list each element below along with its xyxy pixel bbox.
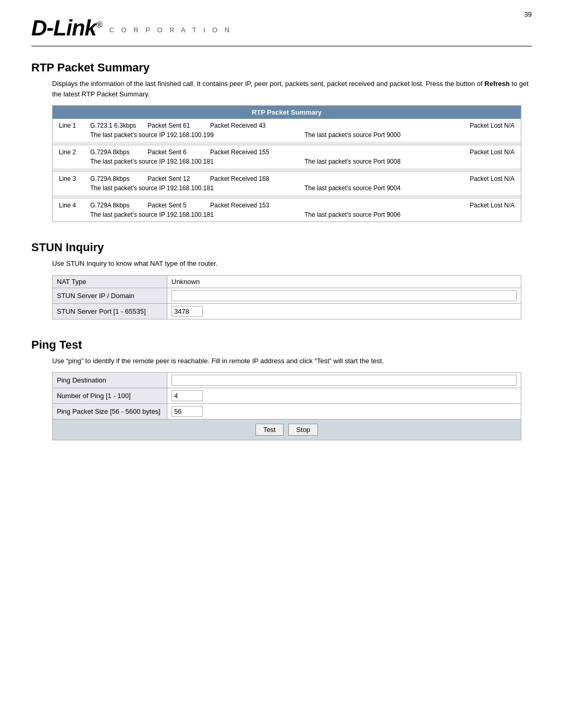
rtp-src-port: The last packet's source Port 9004 (302, 183, 517, 193)
stun-table: NAT Type Unknown STUN Server IP / Domain… (52, 275, 521, 319)
rtp-src-port: The last packet's source Port 9006 (302, 210, 517, 219)
ping-packet-size-input[interactable] (172, 406, 203, 417)
stun-nat-type-value: Unknown (167, 275, 521, 288)
rtp-cell: Packet Sent 61 (145, 121, 208, 130)
rtp-src-ip: The last packet's source IP 192.168.100.… (88, 183, 302, 193)
ping-section-title: Ping Test (31, 338, 532, 352)
rtp-cell: Line 4 (57, 201, 88, 210)
rtp-row-line1: Line 3G.729A 8kbpsPacket Sent 12Packet R… (57, 174, 517, 183)
ping-button-cell: Test Stop (53, 419, 521, 440)
rtp-cell: G.723.1 6.3kbps (88, 121, 145, 130)
ping-destination-label: Ping Destination (53, 373, 167, 388)
stop-button[interactable]: Stop (288, 424, 318, 436)
registered-symbol: ® (96, 20, 102, 29)
rtp-cell: Packet Sent 6 (145, 147, 208, 157)
stun-server-port-input[interactable] (172, 306, 203, 317)
rtp-cell: Line 1 (57, 121, 88, 130)
ping-number-label: Number of Ping [1 - 100] (53, 388, 167, 404)
rtp-table-row: Line 3G.729A 8kbpsPacket Sent 12Packet R… (53, 171, 521, 195)
rtp-cell: Packet Received 153 (208, 201, 454, 210)
ping-destination-row: Ping Destination (53, 373, 521, 388)
stun-section-desc: Use STUN Inquiry to know what NAT type o… (52, 258, 532, 269)
rtp-table-row: Line 2G.729A 8kbpsPacket Sent 6Packet Re… (53, 145, 521, 168)
rtp-table-header: RTP Packet Summary (53, 106, 521, 119)
stun-section-title: STUN Inquiry (31, 241, 532, 254)
rtp-src-port: The last packet's source Port 9000 (302, 130, 517, 140)
rtp-section-title: RTP Packet Summary (31, 61, 532, 75)
ping-section: Ping Test Use “ping” to identify if the … (31, 338, 532, 441)
rtp-table-row: Line 1G.723.1 6.3kbpsPacket Sent 61Packe… (53, 119, 521, 142)
stun-nat-type-label: NAT Type (53, 275, 167, 288)
page-header: D-Link® C O R P O R A T I O N (31, 16, 532, 46)
rtp-cell: Line 3 (57, 174, 88, 183)
ping-section-desc: Use “ping” to identify if the remote pee… (52, 356, 532, 366)
rtp-src-ip: The last packet's source IP 192.168.100.… (88, 130, 302, 140)
stun-server-port-cell (167, 303, 521, 319)
stun-section: STUN Inquiry Use STUN Inquiry to know wh… (31, 241, 532, 319)
stun-server-ip-label: STUN Server IP / Domain (53, 288, 167, 303)
rtp-cell: G.729A 8kbps (88, 147, 145, 157)
ping-destination-cell (167, 373, 521, 388)
rtp-table: RTP Packet Summary Line 1G.723.1 6.3kbps… (52, 105, 521, 222)
rtp-section-desc: Displays the information of the last fin… (52, 79, 532, 99)
ping-packet-size-row: Ping Packet Size [56 - 5600 bytes] (53, 404, 521, 419)
corporation-text: C O R P O R A T I O N (109, 26, 232, 34)
rtp-cell: Line 2 (57, 147, 88, 157)
rtp-cell: Packet Lost N/A (454, 147, 517, 157)
rtp-table-body: Line 1G.723.1 6.3kbpsPacket Sent 61Packe… (53, 119, 521, 221)
stun-server-port-row: STUN Server Port [1 - 65535] (53, 303, 521, 319)
rtp-row-line2: The last packet's source IP 192.168.100.… (57, 210, 517, 219)
rtp-cell: G.729A 8kbps (88, 174, 145, 183)
rtp-src-ip: The last packet's source IP 192.168.100.… (88, 210, 302, 219)
rtp-table-row: Line 4G.729A 8kbpsPacket Sent 5Packet Re… (53, 198, 521, 221)
rtp-row-line2: The last packet's source IP 192.168.100.… (57, 157, 517, 166)
rtp-row-line2: The last packet's source IP 192.168.100.… (57, 130, 517, 140)
test-button[interactable]: Test (255, 424, 284, 436)
rtp-cell: Packet Lost N/A (454, 174, 517, 183)
rtp-row-line1: Line 1G.723.1 6.3kbpsPacket Sent 61Packe… (57, 121, 517, 130)
ping-table: Ping Destination Number of Ping [1 - 100… (52, 372, 521, 440)
ping-number-cell (167, 388, 521, 404)
rtp-src-ip: The last packet's source IP 192.168.100.… (88, 157, 302, 166)
rtp-row-line1: Line 4G.729A 8kbpsPacket Sent 5Packet Re… (57, 201, 517, 210)
stun-server-ip-cell (167, 288, 521, 303)
rtp-src-port: The last packet's source Port 9008 (302, 157, 517, 166)
ping-number-row: Number of Ping [1 - 100] (53, 388, 521, 404)
rtp-section: RTP Packet Summary Displays the informat… (31, 61, 532, 222)
dlink-logo: D-Link® (31, 16, 102, 41)
rtp-cell: Packet Sent 5 (145, 201, 208, 210)
rtp-row-line2: The last packet's source IP 192.168.100.… (57, 183, 517, 193)
stun-nat-type-row: NAT Type Unknown (53, 275, 521, 288)
dlink-brand: D-Link (31, 16, 96, 40)
page-number: 39 (524, 10, 532, 18)
stun-server-ip-input[interactable] (172, 290, 517, 301)
rtp-cell: Packet Received 168 (208, 174, 454, 183)
rtp-cell: Packet Received 43 (208, 121, 454, 130)
ping-number-input[interactable] (172, 390, 203, 401)
rtp-cell: Packet Sent 12 (145, 174, 208, 183)
ping-button-row: Test Stop (53, 419, 521, 440)
rtp-cell: Packet Received 155 (208, 147, 454, 157)
ping-packet-size-label: Ping Packet Size [56 - 5600 bytes] (53, 404, 167, 419)
rtp-cell: Packet Lost N/A (454, 201, 517, 210)
rtp-cell: Packet Lost N/A (454, 121, 517, 130)
ping-destination-input[interactable] (172, 375, 517, 386)
rtp-row-line1: Line 2G.729A 8kbpsPacket Sent 6Packet Re… (57, 147, 517, 157)
rtp-cell: G.729A 8kbps (88, 201, 145, 210)
ping-packet-size-cell (167, 404, 521, 419)
stun-server-port-label: STUN Server Port [1 - 65535] (53, 303, 167, 319)
stun-server-ip-row: STUN Server IP / Domain (53, 288, 521, 303)
